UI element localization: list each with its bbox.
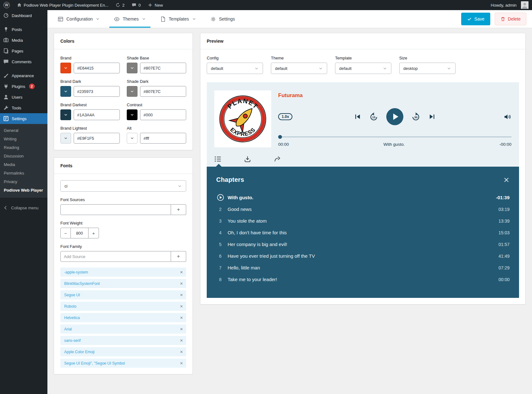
play-button[interactable] [386, 108, 403, 125]
color-swatch-contrast[interactable] [127, 109, 138, 120]
sidebar-item-posts[interactable]: Posts [0, 24, 47, 35]
font-weight-input[interactable] [71, 228, 89, 238]
sidebar-item-comments[interactable]: Comments [0, 56, 47, 67]
new-menu[interactable]: New [144, 0, 166, 10]
chapters-list-icon[interactable] [214, 156, 221, 163]
comment-bubble-icon [131, 3, 137, 8]
close-icon[interactable] [503, 177, 510, 183]
chapter-row-7[interactable]: 7 Hello, little man 07:29 [216, 262, 510, 274]
remove-font-icon[interactable]: ✕ [180, 293, 183, 297]
remove-font-icon[interactable]: ✕ [180, 304, 183, 309]
site-menu[interactable]: Podlove Web Player Plugin Development En… [13, 0, 112, 10]
font-family-input[interactable] [60, 251, 171, 262]
sidebar-item-settings[interactable]: Settings [0, 113, 47, 124]
color-swatch-shade-dark[interactable] [127, 86, 138, 97]
color-input-brand-lightest[interactable] [74, 133, 120, 144]
color-swatch-brand-lightest[interactable] [60, 133, 71, 144]
remove-font-icon[interactable]: ✕ [180, 316, 183, 320]
template-select[interactable]: default [335, 63, 391, 74]
sidebar-item-pages[interactable]: Pages [0, 46, 47, 56]
color-input-brand-dark[interactable] [74, 86, 120, 97]
forward-30-button[interactable]: 30 [412, 113, 420, 121]
svg-text:15: 15 [372, 115, 376, 119]
increment-button[interactable]: + [89, 228, 99, 238]
planet-express-logo: PLANET EXPRESS [217, 94, 268, 144]
submenu-item-podlove-web-player[interactable]: Podlove Web Player [0, 186, 47, 194]
tab-configuration[interactable]: Configuration [53, 10, 104, 28]
add-font-family-button[interactable]: + [171, 251, 186, 262]
sidebar-item-media[interactable]: Media [0, 35, 47, 46]
chapter-row-6[interactable]: 6 Have you ever tried just turning off t… [216, 250, 510, 262]
color-input-brand-darkest[interactable] [74, 109, 120, 120]
remove-font-icon[interactable]: ✕ [180, 327, 183, 331]
chapter-row-2[interactable]: 2 Good news 03:19 [216, 203, 510, 215]
chapter-row-5[interactable]: 5 Her company is big and evil! 01:57 [216, 238, 510, 250]
account-menu[interactable]: Howdy, admin [487, 0, 532, 10]
next-chapter-button[interactable] [428, 113, 436, 120]
color-swatch-brand-dark[interactable] [60, 86, 71, 97]
sidebar-item-dashboard[interactable]: Dashboard [0, 10, 47, 21]
color-input-shade-dark[interactable] [140, 86, 186, 97]
submenu-item-permalinks[interactable]: Permalinks [0, 169, 47, 177]
previous-chapter-button[interactable] [354, 113, 361, 120]
chapter-row-3[interactable]: 3 You stole the atom 13:39 [216, 215, 510, 227]
font-family-label: Font Family [60, 244, 186, 249]
sidebar-item-tools[interactable]: Tools [0, 102, 47, 113]
wordpress-logo[interactable]: W [0, 0, 13, 10]
remove-font-icon[interactable]: ✕ [180, 270, 183, 274]
remove-font-icon[interactable]: ✕ [180, 350, 183, 354]
color-swatch-alt[interactable] [127, 133, 138, 144]
color-swatch-brand[interactable] [60, 63, 71, 73]
chapter-row-1[interactable]: With gusto. -01:39 [216, 192, 510, 203]
chevron-down-icon [95, 17, 100, 21]
speed-control[interactable]: 1.0x [278, 113, 292, 120]
color-field-brand: Brand [60, 56, 120, 73]
font-family-chip: sans-serif✕ [60, 336, 186, 345]
tab-settings[interactable]: Settings [206, 10, 240, 28]
share-icon[interactable] [274, 156, 281, 163]
size-select[interactable]: desktop [399, 63, 456, 74]
rewind-15-button[interactable]: 15 [370, 113, 378, 121]
chapter-row-8[interactable]: 8 Take me to your leader! 00:00 [216, 274, 510, 285]
collapse-menu-button[interactable]: Collapse menu [0, 201, 47, 214]
updates-menu[interactable]: 2 [112, 0, 128, 10]
color-swatch-shade-base[interactable] [127, 63, 138, 73]
remove-font-icon[interactable]: ✕ [180, 361, 183, 366]
submenu-item-writing[interactable]: Writing [0, 135, 47, 143]
comments-menu[interactable]: 0 [128, 0, 144, 10]
color-input-brand[interactable] [74, 63, 120, 73]
sidebar-item-plugins[interactable]: Plugins 2 [0, 81, 47, 92]
theme-select[interactable]: default [271, 63, 327, 74]
color-input-contrast[interactable] [140, 109, 186, 120]
add-font-source-button[interactable]: + [171, 204, 186, 215]
submenu-item-media[interactable]: Media [0, 160, 47, 169]
progress-bar[interactable] [278, 135, 511, 139]
submenu-item-privacy[interactable]: Privacy [0, 177, 47, 186]
submenu-item-reading[interactable]: Reading [0, 143, 47, 152]
save-button[interactable]: Save [461, 13, 490, 25]
submenu-item-discussion[interactable]: Discussion [0, 152, 47, 160]
color-swatch-brand-darkest[interactable] [60, 109, 71, 120]
font-source-input[interactable] [60, 204, 171, 215]
decrement-button[interactable]: − [60, 228, 71, 238]
delete-button[interactable]: Delete [495, 13, 526, 25]
config-select[interactable]: default [207, 63, 263, 74]
sidebar-item-appearance[interactable]: Appearance [0, 70, 47, 81]
volume-icon[interactable] [504, 113, 511, 121]
color-input-alt[interactable] [140, 133, 186, 144]
remove-font-icon[interactable]: ✕ [180, 281, 183, 286]
remove-font-icon[interactable]: ✕ [180, 338, 183, 343]
toolbar-actions: Save Delete [461, 10, 526, 28]
font-select[interactable]: ci [60, 180, 186, 192]
size-selector-group: Size desktop [399, 56, 456, 74]
sidebar-item-users[interactable]: Users [0, 92, 47, 102]
download-icon[interactable] [244, 156, 251, 163]
submenu-item-general[interactable]: General [0, 126, 47, 135]
color-input-shade-base[interactable] [140, 63, 186, 73]
progress-handle[interactable] [278, 135, 282, 139]
tab-themes[interactable]: Themes [109, 10, 150, 28]
chevron-down-icon [64, 66, 68, 70]
chapter-row-4[interactable]: 4 Oh, I don't have time for this 15:03 [216, 227, 510, 238]
tab-templates[interactable]: Templates [156, 10, 201, 28]
new-label: New [155, 3, 163, 8]
